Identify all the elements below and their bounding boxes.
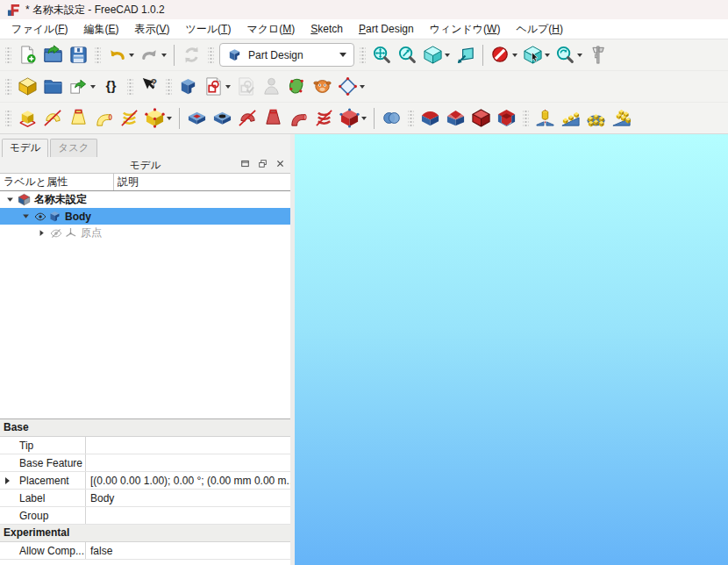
expander-open-icon[interactable] [4,196,17,204]
property-value[interactable] [86,454,290,471]
property-value[interactable]: [(0.00 0.00 1.00); 0.00 °; (0.00 mm 0.00… [86,472,290,489]
additive-primitive-button[interactable] [142,105,168,131]
measure-button[interactable] [585,42,610,68]
redo-button[interactable] [137,42,162,68]
create-clone-button[interactable] [310,74,335,99]
whats-this-button[interactable]: ? [137,74,162,99]
selection-view-dropdown-arrow[interactable] [545,54,550,57]
open-document-button[interactable] [40,42,66,68]
draft-angle-button[interactable] [468,105,494,131]
3d-viewport[interactable] [295,134,728,565]
property-group-base[interactable]: Base [0,419,290,437]
column-description[interactable]: 説明 [114,174,290,190]
draw-style-dropdown-arrow[interactable] [512,54,517,57]
property-name[interactable]: Allow Comp... [0,542,86,559]
toolbar-grip[interactable] [408,109,414,128]
expander-open-icon[interactable] [19,212,32,220]
boolean-operation-button[interactable] [379,105,404,131]
revolution-button[interactable] [40,105,66,131]
zoom-rotate-button[interactable] [553,42,578,68]
new-document-button[interactable] [15,42,40,68]
selection-view-button[interactable] [520,42,546,68]
property-value[interactable]: Body [86,490,290,506]
redo-dropdown-arrow[interactable] [161,54,167,57]
create-sketch-dropdown-arrow[interactable] [225,85,231,89]
tree-item-名称未設定[interactable]: 名称未設定 [0,191,290,208]
menu-help[interactable]: ヘルプ(H) [508,20,571,39]
thickness-button[interactable] [494,105,519,131]
create-part-button[interactable] [15,74,40,99]
draw-style-button[interactable] [488,42,513,68]
toolbar-grip[interactable] [523,109,529,128]
multi-transform-button[interactable] [609,105,634,131]
property-name[interactable]: Group [0,507,86,524]
create-datum-button[interactable] [335,74,360,99]
save-document-button[interactable] [66,42,91,68]
visibility-on-icon[interactable] [32,211,47,223]
property-name[interactable]: Base Feature [0,454,86,471]
property-name[interactable]: Placement [0,472,86,489]
additive-helix-button[interactable] [117,105,142,131]
tab-tasks[interactable]: タスク [50,139,96,157]
property-group-experimental[interactable]: Experimental [0,525,290,542]
subtractive-primitive-button[interactable] [337,105,362,131]
menu-partdesign[interactable]: Part Design [351,21,422,37]
tree-item-原点[interactable]: 原点 [0,225,290,241]
document-tree[interactable]: 名称未設定Body原点 [0,191,290,418]
subtractive-primitive-dropdown-arrow[interactable] [361,117,367,120]
tab-model[interactable]: モデル [2,139,48,157]
toolbar-grip[interactable] [5,109,11,128]
pad-button[interactable] [15,105,40,131]
polar-pattern-button[interactable] [583,105,609,131]
subtractive-loft-button[interactable] [261,105,286,131]
linear-pattern-button[interactable] [558,105,583,131]
toolbar-grip[interactable] [5,77,11,97]
column-label-attributes[interactable]: ラベルと属性 [0,174,114,190]
make-link-dropdown-arrow[interactable] [90,85,96,89]
menu-edit[interactable]: 編集(E) [75,20,126,39]
undo-dropdown-arrow[interactable] [129,54,134,57]
dock-float-button[interactable] [257,158,268,169]
make-link-button[interactable] [66,74,91,99]
additive-loft-button[interactable] [66,105,91,131]
create-sketch-button[interactable] [201,74,226,99]
toolbar-grip[interactable] [208,46,214,65]
sync-3d-view-button[interactable] [453,42,478,68]
menu-sketch[interactable]: Sketch [303,21,351,37]
create-varset-button[interactable]: {} [98,74,124,99]
toolbar-grip[interactable] [360,46,366,65]
expander-closed-icon[interactable] [5,477,10,484]
fillet-button[interactable] [418,105,443,131]
menu-file[interactable]: ファイル(F) [4,20,75,39]
property-value[interactable] [86,437,290,454]
create-datum-dropdown-arrow[interactable] [360,85,365,89]
subtractive-helix-button[interactable] [311,105,337,131]
zoom-fit-all-button[interactable] [369,42,395,68]
menu-view[interactable]: 表示(V) [126,20,177,39]
zoom-rotate-dropdown-arrow[interactable] [577,54,582,57]
create-body-button[interactable] [175,74,201,99]
mirrored-button[interactable] [532,105,558,131]
expander-closed-icon[interactable] [35,229,48,237]
workbench-selector[interactable]: Part Design [219,43,354,67]
additive-pipe-button[interactable] [91,105,117,131]
create-group-button[interactable] [40,74,66,99]
property-value[interactable]: false [86,542,290,559]
property-name[interactable]: Tip [0,437,86,454]
toolbar-grip[interactable] [5,46,11,65]
additive-primitive-dropdown-arrow[interactable] [167,117,172,120]
visibility-off-icon[interactable] [48,227,63,240]
toolbar-grip[interactable] [95,46,101,65]
hole-button[interactable] [210,105,235,131]
groove-button[interactable] [235,105,261,131]
axonometric-view-dropdown-arrow[interactable] [445,54,450,57]
tree-item-Body[interactable]: Body [0,208,290,225]
menu-macro[interactable]: マクロ(M) [239,20,303,39]
create-shapebinder-button[interactable] [284,74,310,99]
axonometric-view-button[interactable] [420,42,446,68]
property-name[interactable]: Label [0,490,86,506]
property-value[interactable] [86,507,290,524]
undo-button[interactable] [104,42,130,68]
subtractive-pipe-button[interactable] [286,105,311,131]
toolbar-grip[interactable] [127,77,133,97]
